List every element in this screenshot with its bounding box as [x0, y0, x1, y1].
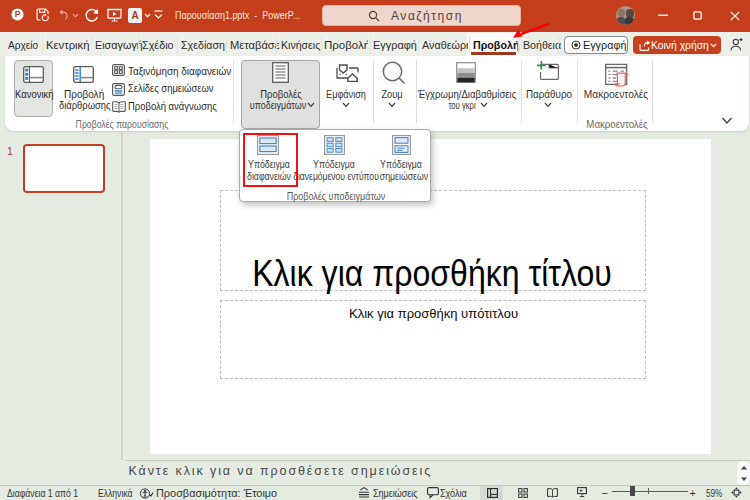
svg-text:P: P	[15, 9, 21, 19]
